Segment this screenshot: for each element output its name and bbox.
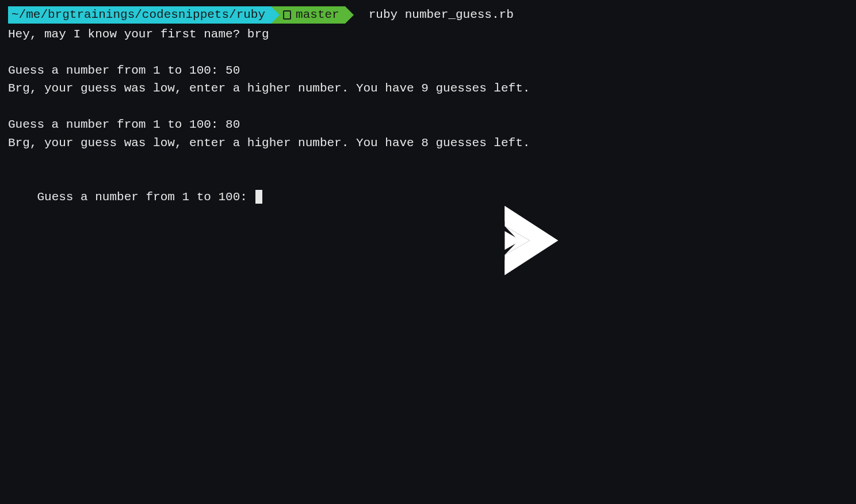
- powerline-arrow-icon: [271, 6, 280, 24]
- output-line: Brg, your guess was low, enter a higher …: [8, 79, 848, 98]
- output-line: Guess a number from 1 to 100: 50: [8, 62, 848, 80]
- play-button[interactable]: [498, 206, 561, 275]
- output-blank: [8, 98, 848, 116]
- cursor-block: [255, 190, 262, 204]
- output-line: Guess a number from 1 to 100: 80: [8, 116, 848, 134]
- output-line: Brg, your guess was low, enter a higher …: [8, 134, 848, 152]
- input-prompt-line[interactable]: Guess a number from 1 to 100:: [8, 170, 848, 225]
- branch-icon: [283, 10, 291, 20]
- powerline-arrow-icon: [345, 6, 354, 24]
- prompt-path-segment: ~/me/brgtrainings/codesnippets/ruby: [8, 6, 271, 24]
- command-text: ruby number_guess.rb: [354, 6, 514, 24]
- prompt-text: Guess a number from 1 to 100:: [37, 190, 254, 204]
- prompt-branch-segment: master: [280, 6, 345, 24]
- output-blank: [8, 152, 848, 170]
- terminal[interactable]: ~/me/brgtrainings/codesnippets/ruby mast…: [8, 6, 848, 224]
- output-blank: [8, 43, 848, 62]
- output-line: Hey, may I know your first name? brg: [8, 25, 848, 44]
- shell-prompt-line: ~/me/brgtrainings/codesnippets/ruby mast…: [8, 6, 848, 24]
- play-icon: [498, 206, 561, 275]
- branch-name: master: [296, 6, 339, 24]
